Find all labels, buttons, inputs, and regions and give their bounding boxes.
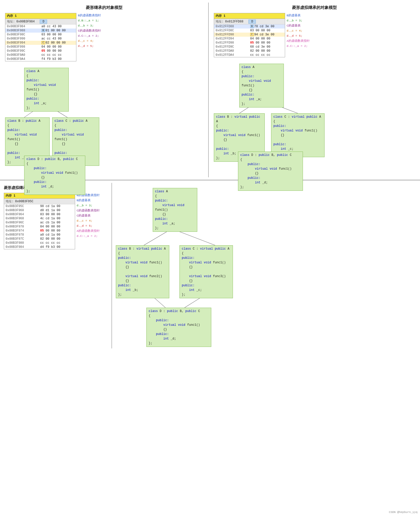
mem-addr-3: 0x00B3F968: [4, 216, 39, 221]
memory-box-tr: 内存 1 地址: 0x012FFD88 D 0x012FFD88B78 cd 3…: [214, 13, 285, 57]
mem-addr-4: 0x012FFD98: [214, 41, 249, 45]
mem-label-tr: 内存 1: [216, 14, 225, 18]
ann-item-5: d._c = 4;: [77, 218, 100, 223]
ann-item-2: d._b = 3;: [77, 203, 100, 208]
mem-addr-4: 0x00B3F994: [5, 41, 40, 45]
class-a-box-tr: class A { public: virtual void func1() {…: [239, 64, 284, 107]
mem-addr-5: 0x012FFD9C: [214, 45, 249, 49]
mem-addr-1: 0x00B3F960: [4, 208, 39, 212]
mem-hex-5: 04 00 00 00: [40, 45, 76, 49]
class-d-badge-tl: D: [40, 20, 47, 24]
bottom-left-memory-box-wrap: 内存 1 地址: 0x00B3F95C 0x00B3F95C98 cd 1a 0…: [4, 193, 75, 253]
mem-hex-2: C94 cd 3e 00: [249, 33, 285, 37]
mem-addr-6: 0x00B3F974: [4, 229, 39, 233]
ann-item-4: C的虚基表: [77, 213, 100, 218]
memory-table-bl: 0x00B3F95C98 cd 1a 000x00B3F960d0 d1 1a …: [4, 204, 75, 249]
class-c-box-tr: class C : virtual public A { public: vir…: [271, 113, 325, 157]
mem-hex-1: B01 00 00 00: [40, 29, 76, 33]
ann-item-5: d._c = 4;: [78, 38, 101, 44]
top-left-title: 菱形继承的对象模型: [5, 5, 203, 10]
memory-subheader-tl: 地址: 0x00B3F984 D: [5, 19, 76, 24]
mem-addr-6: 0x00B3F99C: [5, 49, 40, 53]
mem-hex-5: 68 cd 3e 00: [249, 45, 285, 49]
mem-hex-7: cc cc cc cc: [249, 53, 285, 57]
mem-addr-2: 0x00B3F964: [4, 212, 39, 216]
class-d-box-br: class D : public B, public C { public: v…: [146, 308, 211, 347]
mem-hex-7: cc cc cc cc: [40, 53, 76, 57]
mem-hex-5: 04 00 00 00: [39, 225, 75, 229]
ann-item-3: C的虚函数表指针: [78, 28, 101, 33]
memory-header-tl: 内存 1: [5, 13, 76, 19]
top-left-memory-area: 内存 1 地址: 0x00B3F984 D 0x00B3F984a0 cc 43…: [5, 13, 203, 65]
top-right-memory-area: 内存 1 地址: 0x012FFD88 D 0x012FFD88B78 cd 3…: [214, 13, 415, 61]
row-badge-2: C: [250, 33, 254, 36]
mem-addr-3: 0x00B3F990: [5, 37, 40, 41]
mem-hex-2: 03 00 00 00: [39, 212, 75, 216]
ann-col-tl: B的虚函数表指针d.B::_a = 1;d._b = 3;C的虚函数表指针d.C…: [78, 13, 101, 49]
addr-value-bl: 0x00B3F95C: [15, 200, 33, 203]
mem-hex-0: a0 cc 43 00: [40, 24, 76, 29]
ann-item-1: d._b = 3;: [287, 18, 310, 23]
class-b-box-br: class B : virtual public A { public: vir…: [116, 245, 169, 298]
ann-item-1: B的虚基表: [77, 198, 100, 203]
mem-hex-6: 02 00 00 00: [249, 49, 285, 53]
memory-subheader-bl: 地址: 0x00B3F95C: [4, 199, 75, 204]
mem-hex-2: 03 00 00 00: [40, 33, 76, 37]
mem-hex-8: f4 f9 b3 00: [40, 57, 76, 61]
row-badge-4: C: [41, 41, 45, 44]
mem-addr-0: 0x012FFD88: [214, 24, 249, 29]
ann-item-0: B的虚函数表指针: [78, 13, 101, 18]
mem-addr-3: 0x012FFD94: [214, 37, 249, 41]
bottom-left-section: 菱形虚拟继承 B、C类中有自己的虚函数的情况 内存 1 地址: 0x00B3F9…: [0, 183, 112, 348]
ann-item-5: A的虚函数表指针: [287, 38, 310, 44]
addr-label-tr: 地址:: [216, 19, 223, 24]
ann-item-3: C的虚函数表指针: [77, 208, 100, 213]
mem-addr-7: 0x012FFDA4: [214, 53, 249, 57]
class-d-badge-tr: D: [248, 20, 256, 24]
memory-table-tl: 0x00B3F984a0 cc 43 000x00B3F988B01 00 00…: [5, 24, 76, 61]
class-a-box-br: class A { public: virtual void func1() {…: [153, 188, 197, 232]
ann-item-2: C的虚基表: [287, 23, 310, 28]
top-left-diagram: class A { public: virtual void func1() {…: [5, 68, 188, 175]
class-d-box-tl: class D : public B, public C { public: v…: [24, 156, 85, 195]
mem-hex-9: cc cc cc cc: [39, 241, 75, 245]
ann-item-6: d._d = 5;: [78, 44, 101, 49]
mem-addr-10: 0x00B3F984: [4, 245, 39, 249]
addr-value-tl: 0x00B3F984: [16, 20, 35, 23]
page: 菱形继承的对象模型 内存 1 地址: 0x00B3F984 D: [0, 0, 420, 515]
memory-box-bl: 内存 1 地址: 0x00B3F95C 0x00B3F95C98 cd 1a 0…: [4, 193, 75, 249]
ann-item-4: d._d = 5;: [287, 33, 310, 38]
addr-value-tr: 0x012FFD88: [225, 20, 243, 23]
ann-col-bl: B的虚函数表指针B的虚基表d._b = 3;C的虚函数表指针C的虚基表d._c …: [77, 193, 100, 239]
mem-hex-10: d4 f9 b3 00: [39, 245, 75, 249]
row-badge-1: B: [41, 29, 45, 32]
bottom-left-memory-area: 内存 1 地址: 0x00B3F95C 0x00B3F95C98 cd 1a 0…: [4, 193, 108, 253]
mem-label-tl: 内存 1: [7, 14, 17, 18]
mem-hex-4: C02 00 00 00: [40, 41, 76, 45]
mem-addr-8: 0x00B3F97C: [4, 237, 39, 241]
mem-addr-5: 0x00B3F970: [4, 225, 39, 229]
memory-table-tr: 0x012FFD88B78 cd 3e 000x012FFD8C03 00 00…: [214, 24, 285, 57]
ann-item-0: B的虚基表: [287, 13, 310, 18]
ann-item-1: d.B::_a = 1;: [78, 18, 101, 23]
top-right-title: 菱形虚拟继承的对象模型: [214, 5, 415, 10]
ann-item-6: d._d = 5;: [77, 223, 100, 228]
memory-header-tr: 内存 1: [214, 13, 285, 19]
top-left-memory-box: 内存 1 地址: 0x00B3F984 D 0x00B3F984a0 cc 43…: [5, 13, 76, 65]
ann-col-tr: B的虚基表d._b = 3;C的虚基表d._c = 4;d._d = 5;A的虚…: [287, 13, 310, 49]
mem-addr-7: 0x00B3F978: [4, 233, 39, 237]
watermark: CSDN @hepburn_yyq: [389, 511, 417, 514]
top-right-section: 菱形虚拟继承的对象模型 内存 1 地址: 0x012FFD88 D: [209, 3, 420, 177]
mem-addr-7: 0x00B3F9A0: [5, 53, 40, 57]
mem-addr-8: 0x00B3F9A4: [5, 57, 40, 61]
bottom-right-diagram: class A { public: virtual void func1() {…: [116, 188, 319, 346]
mem-hex-0: 98 cd 1a 00: [39, 204, 75, 208]
ann-item-2: d._b = 3;: [78, 23, 101, 28]
mem-addr-0: 0x00B3F95C: [4, 204, 39, 208]
mem-hex-4: ac cb 1a 00: [39, 221, 75, 225]
mem-hex-4: 05 00 00 00: [249, 41, 285, 45]
row-badge-0: B: [250, 25, 254, 28]
ann-item-3: d._c = 4;: [287, 28, 310, 33]
bottom-half: 菱形虚拟继承 B、C类中有自己的虚函数的情况 内存 1 地址: 0x00B3F9…: [0, 180, 420, 351]
addr-label-bl: 地址:: [6, 199, 13, 204]
